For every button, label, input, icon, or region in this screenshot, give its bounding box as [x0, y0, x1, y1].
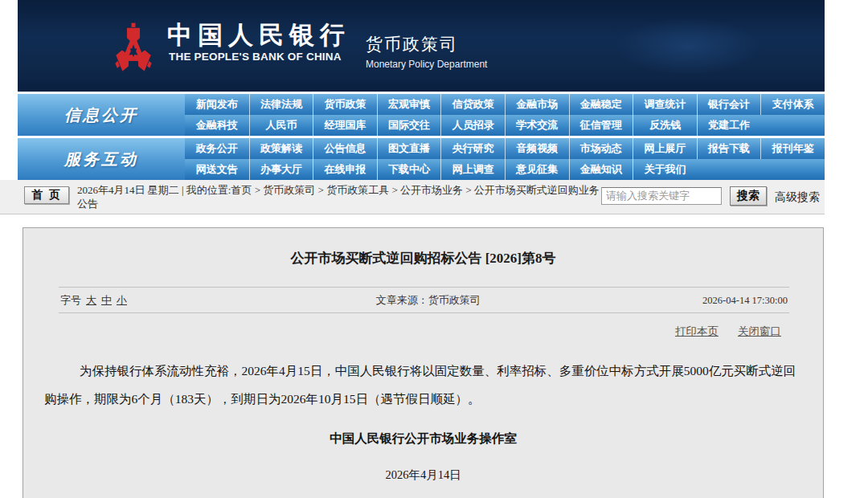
font-size-label: 字号: [60, 294, 81, 306]
department-name-cn: 货币政策司: [366, 33, 487, 55]
nav-item[interactable]: 金融稳定: [569, 94, 633, 115]
nav-item[interactable]: 宏观审慎: [377, 94, 441, 115]
nav-item[interactable]: 在线申报: [313, 159, 377, 180]
nav-item[interactable]: 意见征集: [505, 159, 569, 180]
article-source: 文章来源：货币政策司: [376, 288, 481, 313]
page: 中国人民银行 THE PEOPLE'S BANK OF CHINA 货币政策司 …: [0, 0, 868, 498]
article-date: 2026年4月14日: [23, 467, 823, 483]
home-button[interactable]: 首 页: [24, 186, 69, 204]
nav-item[interactable]: 音频视频: [505, 138, 569, 159]
nav-item[interactable]: 党建工作: [697, 115, 761, 136]
nav-row: 政务公开政策解读公告信息图文直播央行研究音频视频市场动态网上展厅报告下载报刊年鉴: [185, 138, 825, 159]
nav-section-services-label[interactable]: 服务互动: [18, 138, 185, 180]
nav-item[interactable]: 金融知识: [569, 159, 633, 180]
close-window-link[interactable]: 关闭窗口: [738, 325, 781, 337]
nav-item[interactable]: 经理国库: [313, 115, 377, 136]
nav-item[interactable]: 办事大厅: [249, 159, 313, 180]
nav-item[interactable]: 央行研究: [440, 138, 505, 159]
search-input[interactable]: [601, 187, 722, 205]
nav-item[interactable]: 报告下载: [697, 138, 761, 159]
article-signature: 中国人民银行公开市场业务操作室: [23, 431, 823, 447]
article-body: 为保持银行体系流动性充裕，2026年4月15日，中国人民银行将以固定数量、利率招…: [44, 357, 799, 413]
nav-item[interactable]: 反洗钱: [633, 115, 697, 136]
font-size-link[interactable]: 大: [86, 294, 96, 306]
font-size-links: 大中小: [81, 294, 127, 306]
nav-item[interactable]: 人民币: [249, 115, 313, 136]
nav-item[interactable]: 关于我们: [633, 159, 697, 180]
breadcrumb-bar: 首 页 2026年4月14日 星期二 | 我的位置:首页 > 货币政策司 > 货…: [0, 180, 825, 214]
font-size-link[interactable]: 中: [101, 294, 112, 306]
nav-item[interactable]: 银行会计: [697, 94, 761, 115]
search-button[interactable]: 搜索: [730, 186, 767, 206]
nav-row: 金融科技人民币经理国库国际交往人员招录学术交流征信管理反洗钱党建工作: [185, 115, 825, 136]
nav-item[interactable]: 金融市场: [505, 94, 569, 115]
nav-item[interactable]: 政务公开: [185, 138, 249, 159]
nav-item[interactable]: 市场动态: [569, 138, 633, 159]
font-size-controls: 字号大中小: [60, 288, 127, 313]
bank-name-cn: 中国人民银行: [167, 22, 350, 47]
nav-item[interactable]: 国际交往: [377, 115, 441, 136]
print-page-link[interactable]: 打印本页: [675, 325, 719, 337]
nav-section-information-label[interactable]: 信息公开: [18, 94, 185, 136]
nav-item[interactable]: 报刊年鉴: [760, 138, 825, 159]
nav-row: 新闻发布法律法规货币政策宏观审慎信贷政策金融市场金融稳定调查统计银行会计支付体系: [185, 94, 825, 115]
article-panel: 公开市场买断式逆回购招标公告 [2026]第8号 字号大中小 文章来源：货币政策…: [23, 227, 824, 498]
nav-item[interactable]: 下载中心: [377, 159, 441, 180]
article-tools: 打印本页 关闭窗口: [23, 324, 781, 339]
nav-item[interactable]: 政策解读: [249, 138, 313, 159]
department-name-en: Monetary Policy Department: [366, 59, 487, 70]
nav-item[interactable]: 信贷政策: [440, 94, 505, 115]
nav-item[interactable]: 法律法规: [249, 94, 313, 115]
department-title: 货币政策司 Monetary Policy Department: [366, 33, 487, 70]
article-title: 公开市场买断式逆回购招标公告 [2026]第8号: [23, 249, 823, 267]
nav-item[interactable]: 调查统计: [633, 94, 697, 115]
bank-name-en: THE PEOPLE'S BANK OF CHINA: [169, 51, 342, 63]
pboc-logo-icon: [113, 20, 154, 83]
breadcrumb: 2026年4月14日 星期二 | 我的位置:首页 > 货币政策司 > 货币政策工…: [77, 183, 601, 210]
article-meta-row: 字号大中小 文章来源：货币政策司 2026-04-14 17:30:00: [59, 287, 789, 313]
article-datetime: 2026-04-14 17:30:00: [702, 288, 788, 313]
nav-item[interactable]: 网上展厅: [633, 138, 697, 159]
nav-item[interactable]: 支付体系: [760, 94, 825, 115]
site-header: 中国人民银行 THE PEOPLE'S BANK OF CHINA 货币政策司 …: [18, 0, 825, 92]
nav-band-information: 信息公开 新闻发布法律法规货币政策宏观审慎信贷政策金融市场金融稳定调查统计银行会…: [18, 94, 825, 136]
nav-item[interactable]: 图文直播: [377, 138, 441, 159]
nav-item[interactable]: 货币政策: [313, 94, 377, 115]
nav-item[interactable]: 学术交流: [505, 115, 569, 136]
nav-item[interactable]: 新闻发布: [185, 94, 249, 115]
nav-row: 网送文告办事大厅在线申报下载中心网上调查意见征集金融知识关于我们: [185, 159, 825, 180]
nav-item[interactable]: 网送文告: [185, 159, 249, 180]
nav-item[interactable]: 人员招录: [440, 115, 505, 136]
font-size-link[interactable]: 小: [117, 294, 127, 306]
nav-item[interactable]: 征信管理: [569, 115, 633, 136]
nav-item[interactable]: 公告信息: [313, 138, 377, 159]
nav-rows: 政务公开政策解读公告信息图文直播央行研究音频视频市场动态网上展厅报告下载报刊年鉴…: [185, 138, 825, 180]
nav-rows: 新闻发布法律法规货币政策宏观审慎信贷政策金融市场金融稳定调查统计银行会计支付体系…: [185, 94, 825, 136]
nav-item[interactable]: 金融科技: [185, 115, 249, 136]
nav-band-services: 服务互动 政务公开政策解读公告信息图文直播央行研究音频视频市场动态网上展厅报告下…: [18, 138, 825, 180]
nav-item[interactable]: 网上调查: [440, 159, 505, 180]
advanced-search-link[interactable]: 高级搜索: [775, 190, 820, 205]
